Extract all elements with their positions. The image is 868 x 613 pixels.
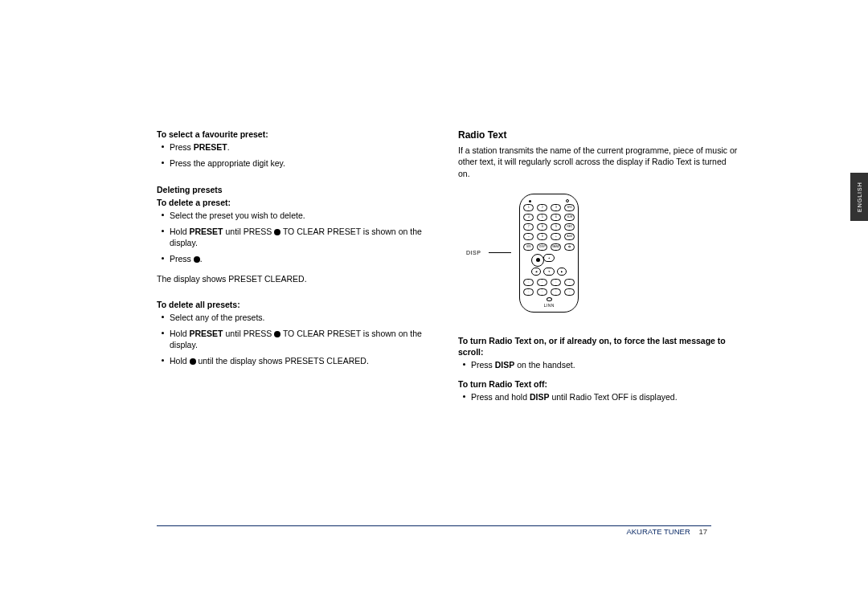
list-item: Hold PRESET until PRESS TO CLEAR PRESET … — [157, 226, 422, 248]
content-columns: To select a favourite preset: Press PRES… — [157, 129, 739, 411]
record-dot-icon — [274, 229, 280, 235]
manual-page: To select a favourite preset: Press PRES… — [0, 0, 868, 613]
list-item: Hold PRESET until PRESS TO CLEAR PRESET … — [157, 328, 422, 350]
deleting-presets-heading: Deleting presets — [157, 184, 422, 195]
remote-dpad: ▲ ▼ ◀ ▶ — [531, 254, 567, 276]
list-item: Press DISP on the handset. — [458, 359, 739, 370]
list-item: Select the preset you wish to delete. — [157, 210, 422, 221]
language-tab: ENGLISH — [850, 173, 868, 221]
list-item: Select any of the presets. — [157, 312, 422, 323]
list-item: Hold until the display shows PRESETS CLE… — [157, 355, 422, 366]
radio-text-title: Radio Text — [458, 129, 739, 141]
list-item: Press . — [157, 253, 422, 264]
linn-logo-icon — [547, 297, 552, 301]
remote-numpad: 123SRC 456SUR 789REC –0+AUX — [523, 204, 575, 240]
linn-logo-text: LINN — [544, 303, 555, 309]
record-dot-icon — [190, 358, 196, 365]
list-item: Press PRESET. — [157, 141, 422, 153]
right-column: Radio Text If a station transmits the na… — [458, 129, 739, 411]
select-preset-list: Press PRESET. Press the appropriate digi… — [157, 141, 422, 169]
list-item: Press and hold DISP until Radio Text OFF… — [458, 391, 739, 403]
remote-illustration: DISP 123SRC 456SUR 789REC –0+AUX SIG DIS… — [466, 194, 739, 313]
list-item: Press the appropriate digit key. — [157, 157, 422, 169]
turn-off-heading: To turn Radio Text off: — [458, 378, 739, 390]
record-dot-icon — [194, 256, 200, 263]
delete-preset-heading: To delete a preset: — [157, 197, 422, 208]
select-preset-heading: To select a favourite preset: — [157, 129, 422, 140]
delete-all-list: Select any of the presets. Hold PRESET u… — [157, 312, 422, 367]
delete-preset-list: Select the preset you wish to delete. Ho… — [157, 210, 422, 265]
display-shows-text: The display shows PRESET CLEARED. — [157, 273, 422, 284]
footer: AKURATE TUNER 17 — [620, 527, 707, 536]
delete-all-heading: To delete all presets: — [157, 299, 422, 310]
record-dot-icon — [274, 331, 280, 337]
left-column: To select a favourite preset: Press PRES… — [157, 129, 422, 411]
footer-product: AKURATE TUNER — [626, 527, 690, 536]
turn-on-heading: To turn Radio Text on, or if already on,… — [458, 335, 739, 358]
remote-control-row: SIG DISP BAND ⏻ — [523, 243, 575, 251]
remote-control-diagram: 123SRC 456SUR 789REC –0+AUX SIG DISP BAN… — [519, 194, 579, 313]
footer-rule — [157, 525, 711, 526]
turn-on-list: Press DISP on the handset. — [458, 359, 739, 370]
callout-line — [489, 252, 511, 253]
turn-off-list: Press and hold DISP until Radio Text OFF… — [458, 391, 739, 403]
radio-text-intro: If a station transmits the name of the c… — [458, 145, 739, 179]
footer-page-number: 17 — [698, 527, 707, 536]
disp-button-icon: DISP — [537, 243, 547, 251]
disp-callout-label: DISP — [466, 249, 481, 256]
